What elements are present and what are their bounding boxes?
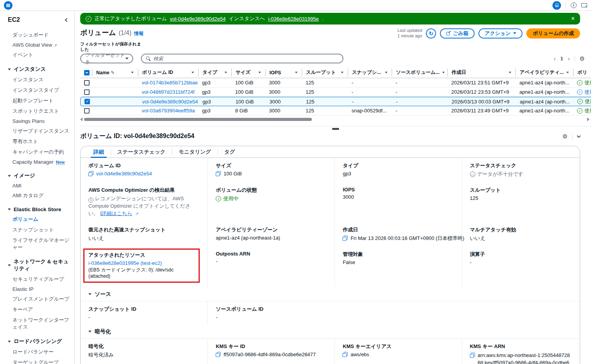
- field-iops: IOPS 3000: [334, 182, 461, 222]
- column-filter-icon[interactable]: [225, 72, 227, 74]
- table-row[interactable]: vol-0174b3e85b712bbae gp3 100 GiB 3000 1…: [80, 78, 591, 88]
- column-filter-icon[interactable]: [442, 72, 445, 74]
- sidebar-group-instances[interactable]: インスタンス: [8, 66, 70, 73]
- flash-volume-link[interactable]: vol-0d4e9e389c90d2e54: [170, 16, 225, 22]
- panel-resize-handle[interactable]: [332, 128, 339, 130]
- sidebar-group-network-security[interactable]: ネットワーク & セキュリティ: [8, 258, 70, 272]
- scrollbar-track[interactable]: [84, 118, 586, 121]
- field-throughput: スループット 125: [462, 182, 580, 222]
- tab-tags[interactable]: タグ: [218, 146, 242, 158]
- services-menu-button[interactable]: [4, 1, 12, 10]
- detail-preferences-gear-icon[interactable]: ⚙: [563, 133, 568, 139]
- sidebar-item-network-interfaces[interactable]: ネットワークインターフェイス: [8, 315, 70, 332]
- column-filter-icon[interactable]: [566, 72, 569, 74]
- side-panel-toggle-button[interactable]: [552, 1, 561, 10]
- tab-monitoring[interactable]: モニタリング: [172, 146, 218, 158]
- copy-icon[interactable]: [343, 352, 348, 357]
- sidebar-item-lifecycle-manager[interactable]: ライフサイクルマネージャー: [8, 235, 70, 252]
- preferences-gear-icon[interactable]: ⚙: [580, 56, 585, 61]
- sidebar-collapse-icon[interactable]: [65, 18, 69, 22]
- info-icon[interactable]: i: [571, 2, 577, 8]
- copy-icon[interactable]: [216, 171, 221, 176]
- table-row[interactable]: vol-03a6793904eeff59a gp3 8 GiB 3000 125…: [80, 106, 591, 116]
- sidebar-item-spot-requests[interactable]: スポットリクエスト: [8, 106, 70, 116]
- prev-page-icon[interactable]: ‹: [554, 55, 556, 62]
- encryption-section-header[interactable]: 暗号化: [81, 325, 580, 339]
- sidebar-item-ami-catalog[interactable]: AMI カタログ: [8, 190, 70, 201]
- volume-id-link[interactable]: vol-0174b3e85b712bbae: [142, 80, 198, 86]
- sidebar-item-capacity-manager[interactable]: Capacity ManagerNew: [8, 157, 70, 166]
- sidebar-item-security-groups[interactable]: セキュリティグループ: [8, 274, 70, 284]
- scroll-left-icon[interactable]: [80, 117, 83, 121]
- select-all-checkbox[interactable]: [84, 70, 90, 75]
- sidebar-item-launch-templates[interactable]: 起動テンプレート: [8, 95, 70, 106]
- success-flashbar: ✓ 正常にアタッチしたボリューム vol-0d4e9e389c90d2e54 イ…: [80, 13, 580, 24]
- scrollbar-thumb[interactable]: [84, 118, 312, 121]
- tab-details[interactable]: 詳細: [87, 146, 111, 158]
- row-checkbox[interactable]: [84, 89, 90, 95]
- copy-icon[interactable]: [470, 353, 475, 358]
- column-filter-icon[interactable]: [509, 72, 511, 74]
- sidebar-item-aws-global-view[interactable]: AWS Global View↗: [8, 40, 70, 49]
- sidebar-item-target-groups[interactable]: ターゲットグループ: [8, 357, 70, 364]
- learn-more-link[interactable]: 詳細はこちら: [101, 210, 132, 216]
- info-link[interactable]: 情報: [134, 30, 144, 37]
- sidebar-item-dashboard[interactable]: ダッシュボード: [8, 30, 70, 40]
- sidebar-item-snapshots[interactable]: スナップショット: [8, 224, 70, 235]
- copy-icon[interactable]: [343, 236, 348, 241]
- sidebar-group-load-balancing[interactable]: ロードバランシング: [8, 338, 70, 345]
- sidebar-item-volumes[interactable]: ボリューム: [8, 214, 70, 224]
- screen-share-icon[interactable]: [581, 3, 587, 7]
- recycle-bin-button[interactable]: ごみ箱: [440, 28, 475, 38]
- row-checkbox[interactable]: [84, 80, 90, 86]
- collapse-panel-chevron-icon[interactable]: [577, 134, 581, 138]
- create-volume-button[interactable]: ボリュームの作成: [526, 28, 580, 38]
- sidebar-item-savings-plans[interactable]: Savings Plans: [8, 116, 70, 126]
- sidebar-item-dedicated-hosts[interactable]: 専有ホスト: [8, 136, 70, 147]
- refresh-button[interactable]: ↻: [426, 28, 436, 38]
- table-row-selected[interactable]: vol-0d4e9e389c90d2e54 gp3 100 GiB 3000 1…: [80, 97, 591, 106]
- actions-dropdown-button[interactable]: アクション: [478, 28, 523, 38]
- source-section-header[interactable]: ソース: [81, 287, 580, 301]
- row-checkbox[interactable]: [84, 108, 90, 114]
- copy-icon[interactable]: [216, 352, 221, 357]
- search-input[interactable]: [153, 56, 338, 61]
- detail-volume-id-link[interactable]: vol-0d4e9e389c90d2e54: [96, 171, 152, 177]
- column-filter-icon[interactable]: [131, 72, 134, 74]
- scroll-right-icon[interactable]: [587, 117, 589, 121]
- sidebar-item-instances[interactable]: インスタンス: [8, 74, 70, 85]
- column-filter-icon[interactable]: [259, 72, 261, 74]
- field-kms-key-arn: KMS キー ARN arn:aws:kms:ap-northeast-1:25…: [462, 339, 580, 364]
- volume-id-link[interactable]: vol-03a6793904eeff59a: [142, 108, 195, 114]
- sidebar-group-ebs[interactable]: Elastic Block Store: [8, 206, 70, 212]
- horizontal-scrollbar[interactable]: [80, 117, 591, 121]
- copy-icon[interactable]: [88, 171, 93, 176]
- column-filter-icon[interactable]: [385, 72, 387, 74]
- sidebar-item-capacity-reservations[interactable]: キャパシティーの予約: [8, 147, 70, 157]
- current-page[interactable]: 1: [560, 56, 563, 61]
- next-page-icon[interactable]: ›: [568, 55, 570, 62]
- column-filter-icon[interactable]: [341, 72, 343, 74]
- row-checkbox-checked[interactable]: [84, 99, 90, 104]
- sidebar-item-elastic-ip[interactable]: Elastic IP: [8, 284, 70, 294]
- sidebar-item-instance-types[interactable]: インスタンスタイプ: [8, 85, 70, 95]
- column-filter-icon[interactable]: [192, 72, 194, 74]
- sidebar-item-ami[interactable]: AMI: [8, 181, 70, 190]
- volume-id-link[interactable]: vol-0d4e9e389c90d2e54: [142, 99, 198, 105]
- sidebar-item-placement-groups[interactable]: プレイスメントグループ: [8, 294, 70, 304]
- sidebar-item-key-pairs[interactable]: キーペア: [8, 304, 70, 315]
- filter-set-select[interactable]: フィルターセットを...: [80, 54, 133, 63]
- sidebar-item-reserved-instances[interactable]: リザーブドインスタンス: [8, 126, 70, 136]
- table-row[interactable]: vol-048697d2311bf724f gp3 100 GiB 3000 1…: [80, 88, 591, 97]
- tab-status-checks[interactable]: ステータスチェック: [111, 146, 172, 158]
- attached-instance-link[interactable]: i-036e8e628e031995e (test-ec2): [88, 260, 162, 266]
- search-field[interactable]: [141, 54, 343, 63]
- sidebar-group-images[interactable]: イメージ: [8, 172, 70, 179]
- sidebar-item-events[interactable]: イベント: [8, 49, 70, 60]
- flash-instance-link[interactable]: i-036e8e628e031995e: [268, 16, 319, 22]
- close-icon[interactable]: ×: [571, 16, 575, 22]
- column-filter-icon[interactable]: [295, 72, 297, 74]
- sidebar-item-load-balancers[interactable]: ロードバランサー: [8, 346, 70, 357]
- volume-id-link[interactable]: vol-048697d2311bf724f: [142, 89, 195, 95]
- cell-throughput: 125: [302, 79, 348, 86]
